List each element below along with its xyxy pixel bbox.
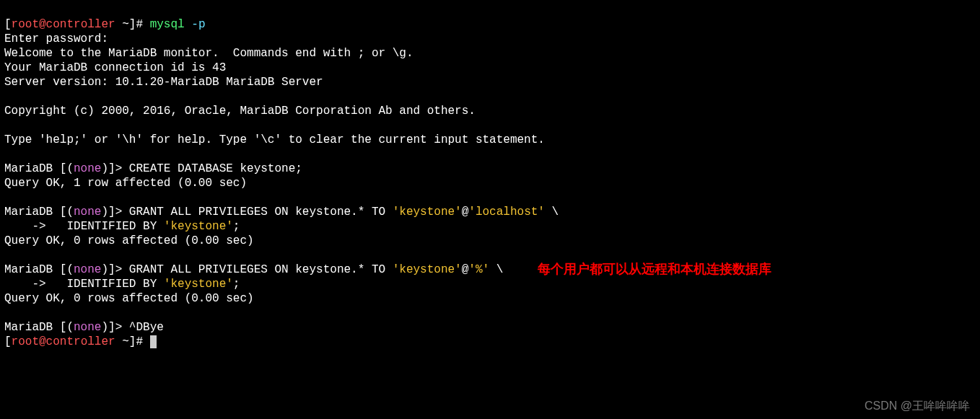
cont-prompt: -> xyxy=(4,220,66,233)
line-help: Type 'help;' or '\h' for help. Type '\c'… xyxy=(4,133,545,146)
line-welcome: Welcome to the MariaDB monitor. Commands… xyxy=(4,47,414,60)
str-keystone: 'keystone' xyxy=(393,206,462,219)
maria-prompt-post: )]> xyxy=(101,263,128,276)
str-percent: '%' xyxy=(468,263,489,276)
cmd-mysql-arg: -p xyxy=(185,18,206,31)
line-conn-id: Your MariaDB connection id is 43 xyxy=(4,61,226,74)
stmt-grant2-head: GRANT ALL PRIVILEGES ON keystone.* TO xyxy=(129,263,393,276)
stmt-identified-by: IDENTIFIED BY xyxy=(66,278,163,291)
at-sign: @ xyxy=(462,263,469,276)
maria-prompt-post: )]> xyxy=(101,321,128,334)
terminal-output[interactable]: [root@controller ~]# mysql -p Enter pass… xyxy=(4,3,976,349)
backslash-cont: \ xyxy=(489,263,503,276)
semicolon: ; xyxy=(233,278,240,291)
maria-prompt-pre: MariaDB [( xyxy=(4,162,74,175)
semicolon: ; xyxy=(233,220,240,233)
prompt-user-host: root@controller xyxy=(12,335,115,348)
str-localhost: 'localhost' xyxy=(468,206,545,219)
stmt-bye: ^DBye xyxy=(129,321,164,334)
prompt-close: ]# xyxy=(129,335,150,348)
maria-none: none xyxy=(74,162,101,175)
maria-none: none xyxy=(74,263,101,276)
maria-none: none xyxy=(74,321,101,334)
maria-prompt-pre: MariaDB [( xyxy=(4,263,74,276)
watermark-text: CSDN @王哞哞哞哞 xyxy=(865,399,970,413)
stmt-create-db: CREATE DATABASE keystone; xyxy=(129,162,302,175)
maria-prompt-post: )]> xyxy=(101,162,128,175)
prompt-bracket: [ xyxy=(4,335,12,348)
prompt-user-host: root@controller xyxy=(12,18,115,31)
prompt-bracket: [ xyxy=(4,18,12,31)
line-server-version: Server version: 10.1.20-MariaDB MariaDB … xyxy=(4,76,323,89)
str-keystone: 'keystone' xyxy=(164,220,233,233)
line-enter-password: Enter password: xyxy=(4,32,108,45)
result-create: Query OK, 1 row affected (0.00 sec) xyxy=(4,177,247,190)
stmt-grant1-head: GRANT ALL PRIVILEGES ON keystone.* TO xyxy=(129,206,393,219)
line-copyright: Copyright (c) 2000, 2016, Oracle, MariaD… xyxy=(4,105,476,118)
str-keystone: 'keystone' xyxy=(393,263,462,276)
prompt-tilde: ~ xyxy=(115,335,129,348)
backslash-cont: \ xyxy=(545,206,559,219)
cmd-mysql: mysql xyxy=(150,18,185,31)
prompt-close: ]# xyxy=(129,18,150,31)
at-sign: @ xyxy=(462,206,469,219)
cont-prompt: -> xyxy=(4,278,66,291)
maria-prompt-pre: MariaDB [( xyxy=(4,206,74,219)
result-grant2: Query OK, 0 rows affected (0.00 sec) xyxy=(4,292,254,305)
maria-prompt-pre: MariaDB [( xyxy=(4,321,74,334)
str-keystone: 'keystone' xyxy=(164,278,233,291)
stmt-identified-by: IDENTIFIED BY xyxy=(66,220,163,233)
result-grant1: Query OK, 0 rows affected (0.00 sec) xyxy=(4,234,254,247)
cursor-block xyxy=(150,335,157,348)
maria-prompt-post: )]> xyxy=(101,206,128,219)
annotation-label: 每个用户都可以从远程和本机连接数据库 xyxy=(538,261,771,278)
maria-none: none xyxy=(74,206,101,219)
prompt-tilde: ~ xyxy=(115,18,129,31)
